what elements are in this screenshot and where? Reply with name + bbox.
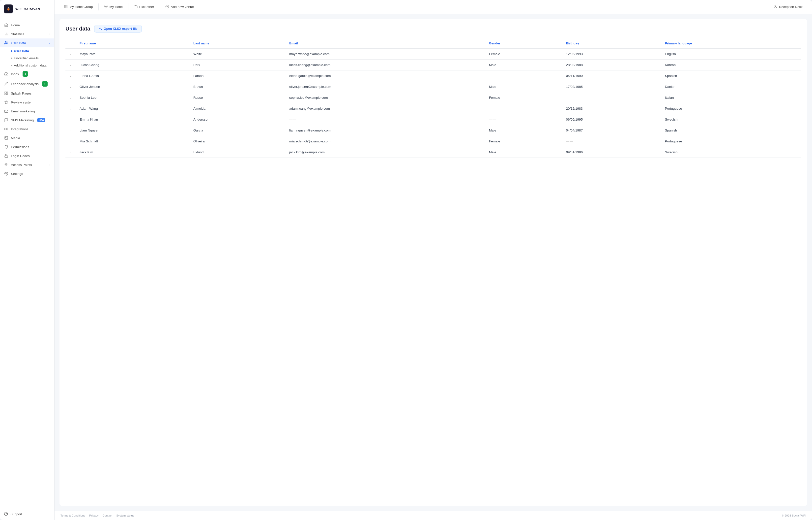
topnav-add-new-venue-label: Add new venue (171, 5, 194, 9)
row-first-name-3: Oliver Jensen (76, 81, 189, 92)
page-title: User data (65, 26, 90, 32)
table-row[interactable]: ⌄ Lucas Chang Park lucas.chang@example.c… (65, 59, 801, 71)
sidebar-item-permissions-label: Permissions (11, 145, 29, 149)
row-expand-5[interactable]: ⌄ (65, 103, 76, 114)
col-gender[interactable]: Gender (485, 38, 562, 48)
table-row[interactable]: ⌄ Sophia Lee Russo sophia.lee@example.co… (65, 92, 801, 103)
sidebar-subitem-unverified-emails[interactable]: Unverified emails (11, 55, 54, 62)
content-inner: User data Open XLSX export file First na… (59, 19, 807, 506)
row-last-name-2: Larson (189, 71, 285, 81)
row-email-6: —— (285, 114, 485, 125)
row-last-name-8: Oliveira (189, 136, 285, 147)
row-first-name-0: Maya Patel (76, 48, 189, 59)
table-row[interactable]: ⌄ Liam Nguyen Garcia liam.nguyen@example… (65, 125, 801, 136)
sidebar-item-statistics[interactable]: Statistics › (0, 29, 54, 38)
row-first-name-7: Liam Nguyen (76, 125, 189, 136)
row-email-8: mia.schmidt@example.com (285, 136, 485, 147)
table-row[interactable]: ⌄ Emma Khan Andersson —— —— 06/06/1995 S… (65, 114, 801, 125)
row-expand-0[interactable]: ⌄ (65, 48, 76, 59)
row-last-name-9: Eklund (189, 147, 285, 158)
table-row[interactable]: ⌄ Adam Wang Almeida adam.wang@example.co… (65, 103, 801, 114)
row-email-7: liam.nguyen@example.com (285, 125, 485, 136)
sidebar-item-review-system[interactable]: Review system › (0, 98, 54, 107)
footer-system-status[interactable]: System status (116, 514, 134, 517)
sidebar-item-home[interactable]: Home (0, 21, 54, 29)
sidebar-item-feedback-analysis[interactable]: Feedback analysis (0, 79, 54, 89)
sidebar-item-login-codes-label: Login Codes (11, 154, 30, 158)
col-email[interactable]: Email (285, 38, 485, 48)
users-icon (4, 41, 8, 45)
row-birthday-2: 05/11/1990 (562, 71, 661, 81)
sidebar-item-inbox[interactable]: Inbox (0, 69, 54, 79)
row-expand-1[interactable]: ⌄ (65, 59, 76, 71)
row-first-name-6: Emma Khan (76, 114, 189, 125)
sidebar-item-sms-marketing[interactable]: SMS Marketing New › (0, 115, 54, 125)
footer: Terms & Conditions Privacy Contact Syste… (55, 511, 812, 520)
row-expand-8[interactable]: ⌄ (65, 136, 76, 147)
sidebar-item-media[interactable]: Media (0, 133, 54, 142)
table-row[interactable]: ⌄ Jack Kim Eklund jack.kim@example.com M… (65, 147, 801, 158)
sidebar-item-access-points[interactable]: Access Points › (0, 160, 54, 169)
star-icon (4, 100, 8, 104)
statistics-chevron: › (50, 33, 50, 35)
plus-circle-icon (165, 5, 169, 9)
row-expand-2[interactable]: ⌄ (65, 71, 76, 81)
topnav-my-hotel-group[interactable]: My Hotel Group (60, 3, 96, 11)
row-expand-4[interactable]: ⌄ (65, 92, 76, 103)
sidebar-item-integrations[interactable]: Integrations (0, 125, 54, 133)
row-expand-6[interactable]: ⌄ (65, 114, 76, 125)
sidebar-item-splash-pages[interactable]: Splash Pages › (0, 89, 54, 98)
row-expand-7[interactable]: ⌄ (65, 125, 76, 136)
svg-point-16 (5, 137, 6, 138)
sidebar-item-user-data[interactable]: User Data ⌄ (0, 38, 54, 47)
export-xlsx-button[interactable]: Open XLSX export file (94, 25, 142, 32)
topnav-add-new-venue[interactable]: Add new venue (162, 3, 197, 11)
sidebar-item-user-data-label: User Data (11, 41, 26, 45)
row-expand-9[interactable]: ⌄ (65, 147, 76, 158)
table-head: First name Last name Email Gender Birthd… (65, 38, 801, 48)
row-birthday-0: 12/06/1993 (562, 48, 661, 59)
col-first-name[interactable]: First name (76, 38, 189, 48)
row-birthday-3: 17/02/1985 (562, 81, 661, 92)
row-expand-3[interactable]: ⌄ (65, 81, 76, 92)
sidebar-item-settings[interactable]: Settings (0, 169, 54, 178)
page-header: User data Open XLSX export file (65, 25, 801, 32)
row-language-9: Swedish (661, 147, 801, 158)
topnav-pick-other[interactable]: Pick other (130, 3, 158, 11)
col-last-name[interactable]: Last name (189, 38, 285, 48)
table-row[interactable]: ⌄ Elena Garcia Larson elena.garcia@examp… (65, 71, 801, 81)
edit-icon (4, 82, 8, 86)
row-gender-0: Female (485, 48, 562, 59)
sidebar-logo[interactable]: WIFI CARAVAN (0, 0, 54, 18)
col-primary-language[interactable]: Primary language (661, 38, 801, 48)
row-email-2: elena.garcia@example.com (285, 71, 485, 81)
row-last-name-3: Brown (189, 81, 285, 92)
sidebar-item-access-points-label: Access Points (11, 163, 32, 167)
support-item[interactable]: Support (4, 512, 50, 517)
topnav-my-hotel[interactable]: My Hotel (101, 3, 126, 11)
footer-contact[interactable]: Contact (102, 514, 112, 517)
footer-terms[interactable]: Terms & Conditions (60, 514, 85, 517)
footer-privacy[interactable]: Privacy (89, 514, 99, 517)
topnav-user[interactable]: Reception Desk (770, 3, 806, 11)
email-chevron: › (50, 110, 50, 113)
svg-rect-12 (5, 94, 6, 95)
sidebar-item-email-marketing[interactable]: Email marketing › (0, 107, 54, 115)
row-gender-2: —— (485, 71, 562, 81)
sidebar-subitem-user-data[interactable]: User Data (11, 47, 54, 55)
row-language-0: English (661, 48, 801, 59)
footer-copyright: © 2024 Social WiFi (782, 514, 806, 517)
settings-icon (4, 172, 8, 176)
table-row[interactable]: ⌄ Maya Patel White maya.white@example.co… (65, 48, 801, 59)
sidebar-item-settings-label: Settings (11, 172, 23, 176)
svg-rect-10 (6, 92, 8, 93)
table-row[interactable]: ⌄ Oliver Jensen Brown oliver.jensen@exam… (65, 81, 801, 92)
folder-icon (134, 5, 138, 9)
content-area: User data Open XLSX export file First na… (55, 14, 812, 511)
sidebar-subitem-additional-custom-data[interactable]: Additional custom data (11, 62, 54, 69)
sidebar-item-permissions[interactable]: Permissions (0, 142, 54, 151)
col-birthday[interactable]: Birthday (562, 38, 661, 48)
table-row[interactable]: ⌄ Mia Schmidt Oliveira mia.schmidt@examp… (65, 136, 801, 147)
sidebar-item-login-codes[interactable]: Login Codes (0, 151, 54, 160)
sidebar-item-review-system-label: Review system (11, 101, 33, 104)
